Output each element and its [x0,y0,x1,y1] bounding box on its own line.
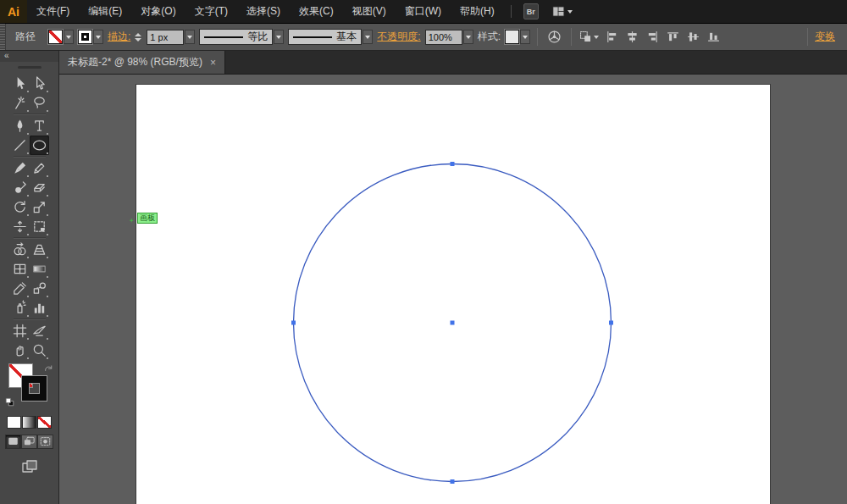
align-horizontal-left-button[interactable] [602,27,622,47]
stroke-panel-link[interactable]: 描边: [108,30,130,44]
smart-guide-label: 画板 [137,213,158,224]
fill-color-combo[interactable] [48,30,74,44]
width-profile-combo[interactable]: 等比 [199,29,284,45]
pencil-tool[interactable] [30,158,49,178]
stroke-color-indicator[interactable] [22,376,47,401]
menu-item-file[interactable]: 文件(F) [27,0,79,23]
shape-builder-tool[interactable] [10,240,30,259]
ellipse-cursor-icon [130,219,137,226]
document-tab[interactable]: 未标题-2* @ 98% (RGB/预览) × [59,51,225,74]
screen-mode-button[interactable] [19,457,41,476]
rotate-tool[interactable] [10,197,30,217]
default-fill-stroke-button[interactable] [5,397,16,408]
graphic-style-dropdown[interactable] [520,30,530,44]
menu-item-object[interactable]: 对象(O) [131,0,185,23]
align-vertical-bottom-button[interactable] [704,27,723,47]
free-transform-tool[interactable] [30,217,49,236]
lasso-tool[interactable] [30,93,49,113]
align-panel-button[interactable] [579,27,598,47]
controlbar-divider [537,28,538,46]
menu-item-view[interactable]: 视图(V) [343,0,396,23]
graphic-style-swatch[interactable] [505,30,519,44]
opacity-input[interactable] [425,30,462,45]
fill-none-swatch[interactable] [48,30,63,44]
draw-normal-button[interactable] [5,435,21,449]
width-tool[interactable] [10,217,30,236]
selection-tool[interactable] [10,74,30,93]
blend-tool[interactable] [30,279,49,298]
menu-item-effect[interactable]: 效果(C) [290,0,343,23]
recolor-artwork-button[interactable] [545,27,564,47]
scale-tool[interactable] [30,197,49,217]
eraser-tool[interactable] [30,178,49,197]
stroke-color-swatch[interactable] [78,30,92,44]
opacity-panel-link[interactable]: 不透明度: [377,30,420,44]
stroke-dropdown-button[interactable] [93,30,103,44]
artboard[interactable] [136,85,770,504]
app-logo[interactable]: Ai [0,0,27,23]
menu-item-edit[interactable]: 编辑(E) [79,0,131,23]
draw-behind-button[interactable] [21,435,37,449]
draw-inside-button[interactable] [37,435,53,449]
menubar: Ai 文件(F)编辑(E)对象(O)文字(T)选择(S)效果(C)视图(V)窗口… [0,0,847,24]
brush-definition-dropdown[interactable] [363,30,373,44]
align-buttons-group [602,27,723,47]
line-segment-tool[interactable] [10,136,30,155]
artboard-tool[interactable] [10,321,30,341]
mesh-tool[interactable] [10,259,30,279]
color-mode-button[interactable] [7,416,21,429]
align-horizontal-right-button[interactable] [643,27,662,47]
direct-selection-tool[interactable] [30,74,49,93]
menu-item-window[interactable]: 窗口(W) [396,0,451,23]
graphic-style-combo[interactable] [505,30,530,44]
width-profile-dropdown[interactable] [274,30,284,44]
none-mode-button[interactable] [37,416,52,429]
zoom-tool[interactable] [30,341,49,360]
tools-panel-collapse-button[interactable]: « [0,51,58,62]
stroke-profile-preview [204,36,243,38]
symbol-sprayer-tool[interactable] [10,298,30,318]
eyedropper-tool[interactable] [10,279,30,298]
paintbrush-tool[interactable] [10,158,30,178]
controlbar-divider [571,28,572,46]
transform-panel-link[interactable]: 变换 [815,30,835,44]
panel-grip[interactable] [0,24,6,50]
gradient-tool[interactable] [30,259,49,279]
control-bar: 路径 描边: 等比 基本 不透明度: 样式: [0,24,847,51]
document-title: 未标题-2* @ 98% (RGB/预览) [68,55,202,69]
swap-fill-stroke-button[interactable] [43,363,54,374]
close-icon[interactable]: × [210,58,216,68]
slice-tool[interactable] [30,321,49,341]
canvas-viewport[interactable]: 画板 [59,75,847,504]
hand-tool[interactable] [10,341,30,360]
panel-drag-handle[interactable] [18,66,42,69]
workspace-switcher-button[interactable] [549,3,575,19]
stroke-weight-dropdown[interactable] [185,30,195,44]
perspective-grid-tool[interactable] [30,240,49,259]
brush-definition-combo[interactable]: 基本 [288,29,373,45]
align-vertical-top-button[interactable] [663,27,683,47]
menu-item-help[interactable]: 帮助(H) [451,0,504,23]
align-vertical-center-button[interactable] [684,27,703,47]
column-graph-tool[interactable] [30,298,49,318]
stroke-weight-stepper[interactable] [135,33,141,42]
opacity-dropdown[interactable] [463,30,473,44]
type-tool[interactable] [30,116,49,136]
menu-item-select[interactable]: 选择(S) [237,0,290,23]
blob-brush-tool[interactable] [10,178,30,197]
opacity-combo[interactable] [425,30,473,45]
magic-wand-tool[interactable] [10,93,30,113]
align-horizontal-center-button[interactable] [623,27,642,47]
illustrator-window: Ai 文件(F)编辑(E)对象(O)文字(T)选择(S)效果(C)视图(V)窗口… [0,0,847,504]
menu-item-type[interactable]: 文字(T) [185,0,237,23]
tools-panel: « [0,51,59,504]
bridge-button[interactable]: Br [523,3,539,19]
menu-list: 文件(F)编辑(E)对象(O)文字(T)选择(S)效果(C)视图(V)窗口(W)… [27,0,504,23]
ellipse-tool[interactable] [30,136,49,155]
pen-tool[interactable] [10,116,30,136]
stroke-color-combo[interactable] [78,30,103,44]
fill-dropdown-button[interactable] [64,30,74,44]
stroke-weight-combo[interactable] [147,30,195,45]
stroke-weight-input[interactable] [147,30,184,45]
gradient-mode-button[interactable] [22,416,36,429]
